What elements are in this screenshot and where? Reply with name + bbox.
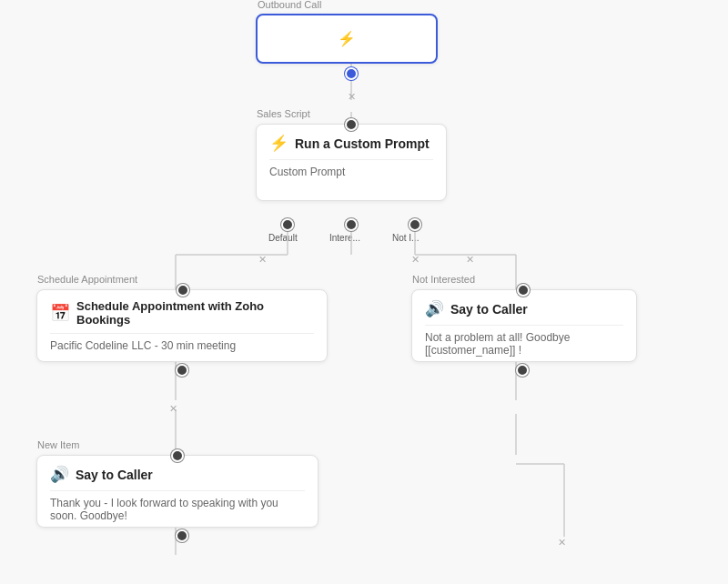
speaker-icon-1: 🔊 [425, 299, 444, 318]
cross-1: ✕ [348, 91, 356, 103]
new-item-title: 🔊 Say to Caller [50, 465, 305, 484]
not-interested-node-label: Not Interested [412, 274, 475, 285]
sales-script-input-dot[interactable] [345, 118, 358, 131]
default-port-dot[interactable] [281, 218, 294, 231]
calendar-icon: 📅 [50, 303, 70, 323]
interested-port-dot[interactable] [345, 218, 358, 231]
schedule-node[interactable]: Schedule Appointment 📅 Schedule Appointm… [36, 289, 328, 362]
new-item-subtitle: Thank you - I look forward to speaking w… [50, 490, 305, 522]
outbound-label: Outbound Call [258, 0, 321, 10]
speaker-icon-2: 🔊 [50, 465, 69, 484]
schedule-subtitle: Pacific Codeline LLC - 30 min meeting [50, 333, 314, 352]
sales-script-label: Sales Script [257, 108, 310, 119]
new-item-input-dot[interactable] [171, 449, 184, 462]
cross-3: ✕ [411, 254, 420, 266]
sales-script-subtitle: Custom Prompt [269, 159, 433, 178]
schedule-output-dot[interactable] [176, 364, 188, 377]
outbound-call-node[interactable]: Outbound Call ⚡ [256, 14, 438, 64]
new-item-output-dot[interactable] [176, 529, 188, 542]
sales-script-node[interactable]: Sales Script ⚡ Run a Custom Prompt Custo… [256, 124, 447, 201]
cross-4: ✕ [466, 254, 474, 266]
schedule-label: Schedule Appointment [37, 274, 137, 285]
not-interested-title: 🔊 Say to Caller [425, 299, 623, 318]
not-interested-port-dot[interactable] [409, 218, 421, 231]
not-interested-port-label: Not I... [392, 233, 419, 243]
sales-bolt-icon: ⚡ [269, 134, 288, 153]
not-interested-node[interactable]: Not Interested 🔊 Say to Caller Not a pro… [411, 289, 637, 362]
default-port-label: Default [268, 233, 298, 243]
cross-2: ✕ [258, 254, 267, 266]
interested-port-label: Intere... [329, 233, 360, 243]
cross-5: ✕ [169, 403, 177, 415]
outbound-output-dot[interactable] [345, 67, 358, 80]
cross-6: ✕ [558, 537, 566, 549]
new-item-label: New Item [37, 439, 79, 450]
not-interested-subtitle: Not a problem at all! Goodbye [[customer… [425, 325, 623, 357]
bolt-icon: ⚡ [338, 30, 356, 47]
schedule-input-dot[interactable] [177, 284, 189, 297]
not-interested-input-dot[interactable] [517, 284, 530, 297]
not-interested-output-dot[interactable] [516, 364, 529, 377]
new-item-node[interactable]: New Item 🔊 Say to Caller Thank you - I l… [36, 455, 318, 528]
sales-script-title: ⚡ Run a Custom Prompt [269, 134, 433, 153]
schedule-title: 📅 Schedule Appointment with Zoho Booking… [50, 299, 314, 327]
